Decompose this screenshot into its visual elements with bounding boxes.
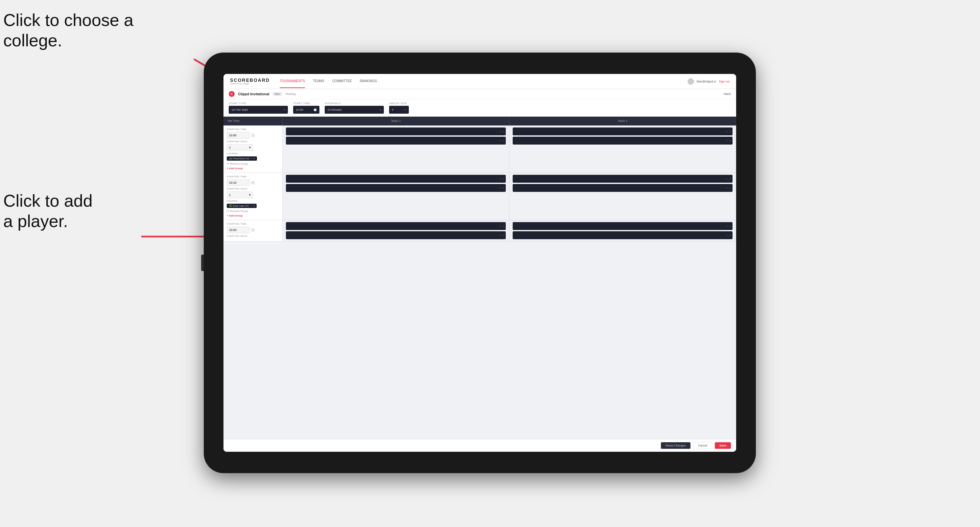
- nav-link-rankings[interactable]: RANKINGS: [360, 75, 377, 88]
- player-slot-5-1[interactable]: ✕ ▾: [286, 222, 506, 230]
- nav-link-teams[interactable]: TEAMS: [313, 75, 324, 88]
- starting-time-input-2[interactable]: [227, 179, 250, 186]
- reset-changes-button[interactable]: Reset Changes: [661, 442, 690, 449]
- group-size-select[interactable]: 3 ▾: [389, 106, 409, 114]
- annotation-choose-college: Click to choose a college.: [3, 10, 134, 51]
- player-chevron-icon: ▾: [503, 178, 504, 180]
- table-header: Tee Time Team 1 Team 2: [223, 117, 736, 125]
- footer: Reset Changes Cancel Save: [223, 439, 736, 452]
- nav-right: blair@clippd.io Sign out: [687, 78, 730, 85]
- tee-input-row-1: 🕐: [227, 132, 279, 139]
- course-tag-2[interactable]: 🌿 East Lake GC × ▾: [227, 204, 257, 208]
- clock-icon-3: 🕐: [251, 229, 255, 232]
- clippd-logo: C: [229, 91, 235, 97]
- course-label-1: COURSE:: [227, 152, 279, 155]
- annotation-add-player: Click to add a player.: [3, 190, 93, 232]
- group-size-group: Group Size 3 ▾: [389, 102, 409, 114]
- start-type-group: Start Type 1st Tee Start ▾: [229, 102, 288, 114]
- player-chevron-icon: ▾: [503, 130, 504, 133]
- start-time-group: Start Time 10:00 🕐: [293, 102, 320, 114]
- player-slot-1-1[interactable]: ✕ ▾: [286, 127, 506, 135]
- table-row: STARTING TIME: 🕐 STARTING HOLE: ✕ ▾: [223, 220, 736, 241]
- add-group-btn-2[interactable]: + Add Group: [227, 214, 279, 217]
- course-tag-row-1: (A) Peachtree GC × ▾: [227, 156, 279, 161]
- nav-link-committee[interactable]: COMMITTEE: [332, 75, 352, 88]
- starting-time-input-3[interactable]: [227, 227, 250, 233]
- start-time-input[interactable]: 10:00 🕐: [293, 106, 320, 114]
- starting-time-input-1[interactable]: [227, 132, 250, 139]
- starting-time-label-1: STARTING TIME:: [227, 128, 279, 130]
- player-chevron-icon: ▾: [729, 225, 730, 228]
- remove-group-btn-2[interactable]: ↺ Remove Group: [227, 210, 279, 213]
- course-chevron-1[interactable]: ▾: [254, 157, 255, 160]
- remove-group-btn-1[interactable]: ↺ Remove Group: [227, 162, 279, 165]
- team1-cell-1: ✕ ▾ ✕ ▾: [283, 125, 509, 173]
- player-x-icon: ✕: [499, 178, 501, 180]
- tee-input-row-2: 🕐: [227, 179, 279, 186]
- th-team1: Team 1: [283, 117, 509, 125]
- player-x-icon: ✕: [725, 139, 728, 142]
- player-chevron-icon: ▾: [729, 139, 730, 142]
- starting-hole-select-1[interactable]: 1 ▾: [227, 144, 253, 151]
- player-slot-6-1[interactable]: ✕ ▾: [513, 222, 733, 230]
- player-x-icon: ✕: [725, 187, 728, 190]
- course-remove-icon-2[interactable]: ×: [250, 204, 252, 207]
- table-row: STARTING TIME: 🕐 STARTING HOLE: 1 ▾ COUR…: [223, 173, 736, 220]
- player-slot-1-2[interactable]: ✕ ▾: [286, 137, 506, 144]
- player-x-icon: ✕: [725, 225, 728, 228]
- player-chevron-icon: ▾: [503, 187, 504, 190]
- player-x-icon: ✕: [499, 139, 501, 142]
- course-label-2: COURSE:: [227, 200, 279, 202]
- team1-cell-2: ✕ ▾ ✕ ▾: [283, 173, 509, 220]
- back-button[interactable]: ‹ Back: [722, 92, 731, 95]
- save-button[interactable]: Save: [715, 442, 731, 449]
- intervals-select[interactable]: 10 Minutes ▾: [325, 106, 384, 114]
- starting-hole-label-3: STARTING HOLE:: [227, 235, 279, 237]
- user-email: blair@clippd.io: [697, 80, 716, 83]
- th-tee-time: Tee Time: [223, 117, 283, 125]
- course-chevron-2[interactable]: ▾: [253, 204, 255, 207]
- nav-link-tournaments[interactable]: TOURNAMENTS: [280, 75, 305, 88]
- cancel-button[interactable]: Cancel: [693, 442, 712, 449]
- brand-sub: Powered by clippd: [230, 83, 270, 85]
- player-x-icon: ✕: [725, 178, 728, 180]
- player-slot-3-2[interactable]: ✕ ▾: [286, 184, 506, 192]
- team2-cell-1: ✕ ▾ ✕ ▾: [509, 125, 736, 173]
- gender-badge: Men: [272, 92, 282, 96]
- player-slot-3-1[interactable]: ✕ ▾: [286, 175, 506, 183]
- player-slot-2-2[interactable]: ✕ ▾: [513, 137, 733, 144]
- course-tag-1[interactable]: (A) Peachtree GC × ▾: [227, 156, 257, 161]
- player-slot-6-2[interactable]: ✕ ▾: [513, 231, 733, 239]
- tablet-frame: SCOREBOARD Powered by clippd TOURNAMENTS…: [204, 52, 756, 473]
- player-chevron-icon: ▾: [729, 234, 730, 237]
- table-row: STARTING TIME: 🕐 STARTING HOLE: 1 ▾ COUR…: [223, 125, 736, 173]
- tablet-side-button: [201, 255, 204, 271]
- starting-hole-select-2[interactable]: 1 ▾: [227, 192, 253, 198]
- form-row: Start Type 1st Tee Start ▾ Start Time 10…: [223, 99, 736, 117]
- starting-hole-label-2: STARTING HOLE:: [227, 187, 279, 190]
- tee-left-2: STARTING TIME: 🕐 STARTING HOLE: 1 ▾ COUR…: [223, 173, 283, 220]
- player-chevron-icon: ▾: [503, 225, 504, 228]
- sign-out-link[interactable]: Sign out: [719, 80, 730, 83]
- player-chevron-icon: ▾: [729, 130, 730, 133]
- player-chevron-icon: ▾: [503, 139, 504, 142]
- player-slot-5-2[interactable]: ✕ ▾: [286, 231, 506, 239]
- player-chevron-icon: ▾: [503, 234, 504, 237]
- group-size-label: Group Size: [389, 102, 409, 105]
- player-chevron-icon: ▾: [729, 178, 730, 180]
- nav-left: SCOREBOARD Powered by clippd TOURNAMENTS…: [230, 75, 377, 88]
- player-chevron-icon: ▾: [729, 187, 730, 190]
- player-slot-4-1[interactable]: ✕ ▾: [513, 175, 733, 183]
- course-remove-icon-1[interactable]: ×: [251, 157, 253, 160]
- subtitle-bar: C Clippd Invitational Men Hosting ‹ Back: [223, 89, 736, 99]
- intervals-label: Intervals: [325, 102, 384, 105]
- team2-cell-3: ✕ ▾ ✕ ▾: [509, 220, 736, 241]
- clock-icon-2: 🕐: [251, 181, 255, 184]
- player-slot-4-2[interactable]: ✕ ▾: [513, 184, 733, 192]
- player-x-icon: ✕: [499, 187, 501, 190]
- start-type-select[interactable]: 1st Tee Start ▾: [229, 106, 288, 114]
- add-group-btn-1[interactable]: + Add Group: [227, 167, 279, 170]
- player-slot-2-1[interactable]: ✕ ▾: [513, 127, 733, 135]
- brand: SCOREBOARD Powered by clippd: [230, 78, 270, 85]
- player-x-icon: ✕: [725, 130, 728, 133]
